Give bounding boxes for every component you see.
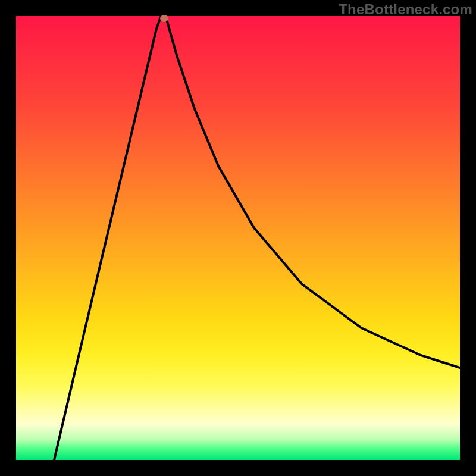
watermark-text: TheBottleneck.com [339,1,472,18]
curve-right-branch [166,17,460,368]
curve-left-branch [54,17,161,460]
minimum-marker [160,15,168,22]
bottleneck-curve [16,16,460,460]
chart-frame [16,16,460,460]
